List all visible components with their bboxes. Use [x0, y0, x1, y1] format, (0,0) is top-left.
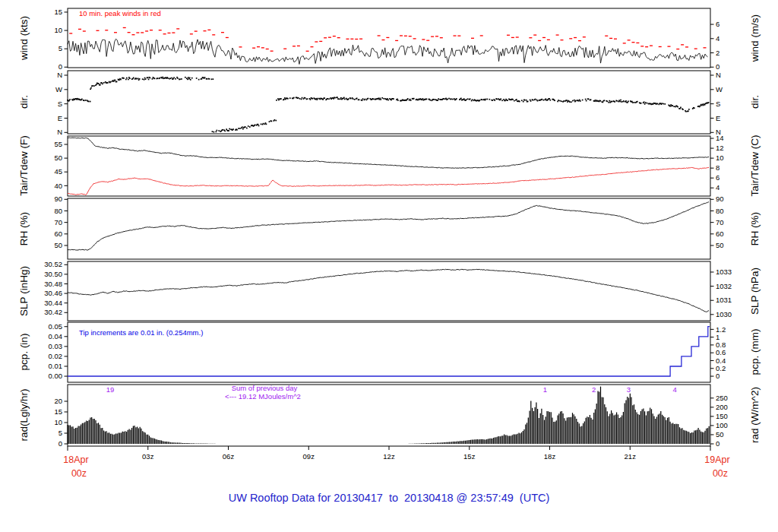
x-tick-label: 06z: [223, 452, 235, 461]
y-tick-label: 2: [716, 49, 719, 57]
dir-dot: [92, 85, 93, 87]
dir-dot: [460, 98, 462, 100]
dir-dot: [470, 98, 471, 100]
dir-dot: [704, 104, 706, 106]
dir-dot: [614, 101, 615, 103]
dir-dot: [452, 99, 454, 100]
panel-box-rh: [68, 198, 710, 259]
dir-dot: [365, 99, 366, 100]
dir-dot: [356, 98, 358, 100]
y-tick-label: 60: [716, 230, 724, 238]
dir-dot: [340, 97, 342, 99]
x-tick-label: 09z: [303, 452, 315, 461]
y-tick-label: 30.46: [44, 289, 62, 297]
panel-box-tair: [68, 136, 710, 196]
dir-dot: [466, 99, 467, 100]
dir-dot: [68, 100, 70, 102]
axis-label-rh-right: RH (%): [749, 212, 761, 245]
dir-dot: [410, 100, 412, 101]
dir-dot: [628, 101, 629, 103]
dir-dot: [179, 78, 181, 80]
dir-dot: [228, 130, 229, 131]
dir-dot: [218, 130, 220, 131]
dir-dot: [616, 100, 618, 102]
dir-dot: [606, 101, 608, 103]
dir-dot: [634, 102, 635, 103]
dir-dot: [85, 100, 87, 101]
dir-dot: [362, 100, 363, 101]
x-tick-label: 15z: [463, 452, 476, 461]
dir-dot: [512, 99, 514, 100]
dir-dot: [670, 104, 672, 106]
dir-dot: [585, 99, 587, 100]
dir-dot: [340, 99, 341, 100]
series-wind_speed_kts: [68, 39, 708, 64]
dir-dot: [679, 108, 681, 109]
dir-dot: [602, 102, 604, 103]
dir-dot: [305, 97, 306, 99]
axis-label-slp-right: SLP (hPa): [749, 268, 761, 315]
dir-dot: [293, 97, 295, 99]
dir-dot: [222, 129, 223, 131]
y-tick-label: 30.52: [44, 260, 62, 268]
dir-dot: [489, 99, 491, 100]
dir-dot: [198, 79, 200, 81]
y-tick-label: 5: [59, 429, 62, 437]
dir-dot: [90, 101, 91, 103]
dir-dot: [154, 78, 156, 80]
dir-dot: [523, 101, 524, 103]
dir-dot: [688, 109, 690, 110]
dir-dot: [258, 125, 260, 127]
y-tick-label: 6: [716, 173, 719, 182]
dir-dot: [586, 100, 587, 102]
dir-dot: [229, 128, 230, 130]
dir-dot: [136, 78, 138, 80]
dir-dot: [383, 98, 384, 100]
dir-dot: [708, 102, 710, 103]
dir-dot: [147, 77, 149, 78]
dir-dot: [554, 100, 555, 101]
dir-dot: [443, 98, 444, 100]
dir-dot: [530, 100, 532, 102]
y-tick-label: 50: [54, 154, 62, 162]
y-tick-label: 80: [54, 207, 62, 215]
cumulative-mjoule-marker: 19: [106, 385, 115, 394]
dir-dot: [623, 100, 625, 102]
dir-dot: [348, 98, 349, 100]
dir-dot: [527, 101, 529, 103]
dir-dot: [274, 119, 276, 121]
dir-dot: [299, 98, 301, 100]
dir-dot: [249, 126, 251, 128]
y-tick-label: 30.50: [44, 270, 62, 278]
dir-dot: [310, 99, 312, 100]
series-SLP_inHg: [68, 269, 709, 312]
y-tick-label: 10: [54, 418, 62, 426]
dir-dot: [187, 79, 188, 81]
dir-dot: [125, 79, 127, 81]
y-tick-label: S: [58, 100, 62, 108]
dir-dot: [494, 100, 495, 101]
axis-label-wind-right: wind (m/s): [749, 14, 761, 62]
y-tick-label: 30.48: [44, 280, 62, 288]
dir-dot: [507, 100, 508, 101]
dir-dot: [514, 100, 515, 102]
y-tick-label: 6: [716, 20, 719, 28]
dir-dot: [238, 128, 239, 129]
dir-dot: [669, 106, 671, 107]
x-axis-end-date: 19Apr: [704, 454, 729, 465]
dir-dot: [269, 121, 270, 122]
x-tick-label: 03z: [142, 452, 154, 461]
dir-dot: [169, 78, 171, 79]
y-tick-label: W: [716, 85, 723, 93]
y-tick-label: 45: [54, 167, 62, 176]
dir-dot: [280, 98, 282, 100]
dir-dot: [680, 107, 682, 109]
y-tick-label: 5: [59, 44, 62, 52]
dir-dot: [322, 99, 324, 100]
dir-dot: [632, 102, 634, 103]
dir-dot: [107, 82, 109, 84]
dir-dot: [472, 99, 473, 100]
dir-dot: [700, 105, 701, 106]
dir-dot: [373, 99, 375, 100]
y-tick-label: 0.04: [49, 332, 63, 340]
